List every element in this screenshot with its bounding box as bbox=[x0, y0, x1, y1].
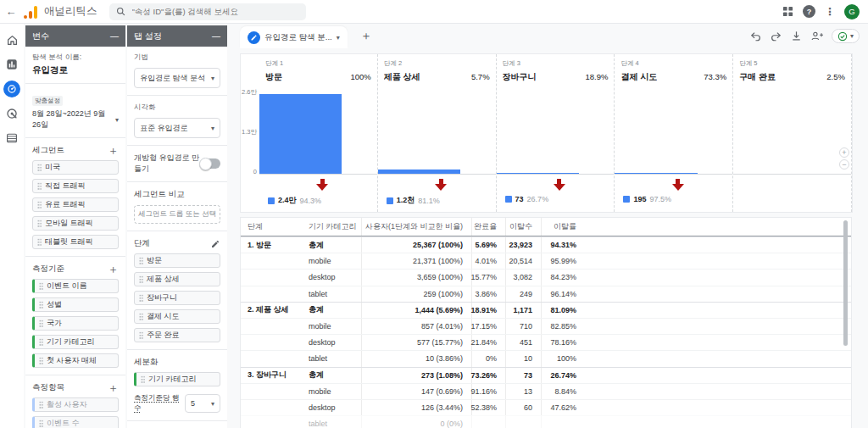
segment-chip[interactable]: 모바일 트래픽 bbox=[32, 216, 119, 231]
funnel-bar[interactable] bbox=[615, 173, 697, 174]
segment-chip[interactable]: 미국 bbox=[32, 160, 119, 175]
dimension-chip[interactable]: 첫 사용자 매체 bbox=[32, 353, 119, 368]
step-chip[interactable]: 방문 bbox=[134, 253, 220, 268]
apps-grid-icon[interactable] bbox=[782, 6, 793, 17]
reports-icon[interactable] bbox=[3, 56, 20, 73]
completion-cell bbox=[471, 416, 505, 428]
minimize-icon[interactable]: — bbox=[212, 31, 220, 41]
tab-settings-header: 탭 설정 — bbox=[127, 25, 227, 47]
download-icon[interactable] bbox=[790, 30, 803, 42]
minimize-icon[interactable]: — bbox=[110, 31, 119, 41]
segment-chip[interactable]: 직접 트래픽 bbox=[32, 179, 119, 193]
breakdown-chip[interactable]: 기기 카테고리 bbox=[134, 372, 220, 386]
dimension-chip[interactable]: 이벤트 이름 bbox=[32, 279, 119, 293]
exits-cell: 249 bbox=[505, 286, 541, 302]
completion-cell: 0% bbox=[471, 351, 505, 366]
funnel-step-name: 방문 bbox=[265, 71, 282, 83]
completion-cell: 5.69% bbox=[471, 237, 505, 253]
dimension-chip[interactable]: 성별 bbox=[32, 297, 119, 312]
back-icon[interactable]: ← bbox=[0, 5, 22, 18]
explore-icon[interactable] bbox=[3, 81, 20, 97]
segment-chip[interactable]: 태블릿 트래픽 bbox=[32, 235, 119, 249]
table-scrollbar[interactable] bbox=[843, 220, 848, 346]
segment-chip[interactable]: 유료 트래픽 bbox=[32, 197, 119, 212]
pencil-icon bbox=[248, 31, 260, 44]
funnel-step-label: 단계 5 bbox=[739, 59, 845, 68]
device-cell: tablet bbox=[302, 286, 361, 302]
advertising-icon[interactable] bbox=[3, 105, 20, 122]
visualization-select[interactable]: 표준 유입경로 ▾ bbox=[134, 118, 220, 138]
library-icon[interactable] bbox=[3, 130, 20, 147]
status-check-button[interactable]: ▾ bbox=[832, 29, 860, 43]
more-menu-icon[interactable]: ⋮ bbox=[825, 6, 835, 18]
dimensions-title: 측정기준 bbox=[32, 264, 64, 275]
users-cell: 273 (1.08%) bbox=[361, 368, 471, 383]
technique-select[interactable]: 유입경로 탐색 분석 ▾ bbox=[134, 68, 220, 88]
funnel-step-name: 장바구니 bbox=[503, 71, 537, 83]
add-dimension-icon[interactable]: ＋ bbox=[108, 265, 119, 274]
step-chip[interactable]: 제품 상세 bbox=[134, 272, 220, 286]
open-funnel-toggle[interactable] bbox=[200, 158, 220, 169]
exits-cell: 23,923 bbox=[505, 237, 541, 253]
abandon-legend: 1.2천 81.1% bbox=[387, 195, 496, 206]
drag-handle-icon bbox=[39, 401, 43, 409]
table-row: desktop 577 (15.77%) 21.84% 451 78.16% bbox=[241, 334, 851, 350]
chevron-down-icon: ▾ bbox=[211, 400, 214, 408]
edit-steps-icon[interactable] bbox=[210, 239, 220, 249]
avatar[interactable]: G bbox=[844, 4, 860, 19]
undo-icon[interactable] bbox=[749, 30, 762, 42]
exploration-name-value[interactable]: 유입경로 bbox=[32, 64, 119, 76]
y-tick: 0 bbox=[253, 168, 257, 175]
zoom-out-icon[interactable]: − bbox=[839, 159, 849, 170]
col-header-completion: 완료율 bbox=[471, 218, 505, 236]
device-cell: desktop bbox=[302, 335, 361, 350]
users-cell: 126 (3.44%) bbox=[361, 400, 471, 415]
add-metric-icon[interactable]: ＋ bbox=[108, 384, 119, 392]
metric-chip[interactable]: 이벤트 수 bbox=[32, 416, 119, 428]
chevron-down-icon: ▾ bbox=[115, 116, 119, 124]
metric-chip[interactable]: 활성 사용자 bbox=[32, 397, 119, 412]
add-tab-icon[interactable]: ＋ bbox=[360, 29, 372, 44]
legend-square-icon bbox=[387, 197, 393, 204]
funnel-step-column: 단계 3 장바구니 18.9% bbox=[496, 54, 615, 212]
rows-per-dimension-select[interactable]: 5 ▾ bbox=[185, 394, 220, 413]
device-cell: 총계 bbox=[302, 368, 361, 383]
funnel-bar[interactable] bbox=[259, 94, 342, 174]
zoom-in-icon[interactable]: + bbox=[839, 147, 849, 158]
share-user-icon[interactable] bbox=[810, 30, 824, 42]
exit-rate-cell: 96.14% bbox=[541, 286, 585, 302]
main-area: 유입경로 탐색 분... ▾ ＋ ▾ 2.6만 1 bbox=[229, 24, 868, 428]
step-chip[interactable]: 주문 완료 bbox=[134, 328, 220, 342]
device-cell: desktop bbox=[302, 270, 361, 285]
completion-cell: 18.91% bbox=[471, 303, 505, 318]
funnel-step-column: 단계 5 구매 완료 2.5% bbox=[732, 54, 852, 212]
dimension-chip[interactable]: 기기 카테고리 bbox=[32, 335, 119, 349]
help-icon[interactable]: ? bbox=[803, 5, 815, 18]
technique-label: 기법 bbox=[134, 53, 220, 63]
funnel-step-pct: 100% bbox=[350, 72, 370, 81]
drag-handle-icon bbox=[37, 182, 42, 191]
metrics-title: 측정항목 bbox=[32, 382, 64, 393]
step-chip[interactable]: 장바구니 bbox=[134, 291, 220, 305]
col-header-step: 단계 bbox=[241, 218, 302, 236]
device-cell: 총계 bbox=[302, 237, 361, 253]
step-chip[interactable]: 결제 시도 bbox=[134, 309, 220, 324]
home-icon[interactable] bbox=[3, 31, 20, 48]
funnel-bar[interactable] bbox=[378, 170, 460, 174]
funnel-bar[interactable] bbox=[497, 173, 579, 174]
segment-drop-zone[interactable]: 세그먼트 드롭 또는 선택 bbox=[134, 205, 220, 224]
search-input[interactable] bbox=[131, 6, 299, 17]
dimension-chip[interactable]: 국가 bbox=[32, 316, 119, 331]
device-cell: tablet bbox=[302, 416, 361, 428]
app-title: 애널리틱스 bbox=[44, 4, 97, 19]
redo-icon[interactable] bbox=[770, 30, 782, 42]
table-row: 1. 방문 총계 25,367 (100%) 5.69% 23,923 94.3… bbox=[241, 236, 851, 253]
tab-funnel-exploration[interactable]: 유입경로 탐색 분... ▾ bbox=[240, 26, 348, 48]
add-segment-icon[interactable]: ＋ bbox=[108, 147, 119, 155]
exits-cell: 1,171 bbox=[505, 303, 541, 318]
table-row: desktop 3,659 (100%) 15.77% 3,082 84.23% bbox=[241, 269, 851, 285]
funnel-step-name: 구매 완료 bbox=[739, 71, 776, 83]
exit-rate-cell: 8.84% bbox=[541, 384, 585, 399]
date-range-picker[interactable]: 8월 28일~2022년 9월 26일 ▾ bbox=[32, 108, 119, 131]
property-search[interactable] bbox=[109, 3, 306, 20]
